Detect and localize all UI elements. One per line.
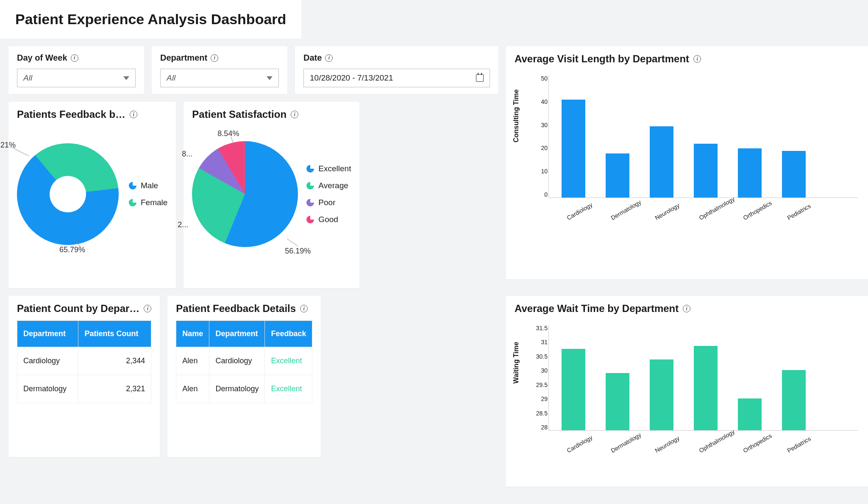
visit-bar-chart[interactable]: Consulting Time 50403020100 CardiologyDe… — [515, 71, 866, 232]
bar[interactable] — [782, 151, 806, 198]
y-tick: 31 — [541, 339, 548, 345]
bar[interactable] — [606, 373, 629, 430]
y-tick: 28.5 — [536, 410, 548, 417]
sat-poor-label: 8... — [182, 150, 192, 159]
chevron-down-icon — [123, 76, 129, 80]
bar[interactable] — [606, 153, 629, 198]
info-icon[interactable]: i — [71, 54, 78, 62]
gender-male-label: 65.79% — [59, 245, 85, 254]
bar[interactable] — [650, 359, 673, 430]
gender-donut[interactable] — [0, 123, 139, 266]
cell: Dermatology — [17, 375, 78, 403]
bar[interactable] — [650, 126, 673, 198]
info-icon[interactable]: i — [211, 54, 218, 62]
filter-dept-dropdown[interactable]: All — [160, 69, 279, 87]
legend-item[interactable]: Female — [129, 198, 167, 207]
satisfaction-card: Patient Satisfaction i 56.19% 2... 8... … — [184, 102, 359, 288]
x-tick: Dermatology — [609, 434, 644, 472]
y-tick: 0 — [544, 191, 548, 198]
x-tick: Cardiology — [565, 434, 600, 472]
visit-length-card: Average Visit Length by Department i Con… — [506, 46, 868, 279]
bar[interactable] — [738, 148, 762, 198]
filter-dept-card: Department i All — [152, 46, 287, 94]
cell: Alen — [176, 347, 209, 375]
table-header[interactable]: Department — [17, 321, 78, 347]
y-tick: 10 — [541, 168, 548, 175]
wait-yticks: 31.53130.53029.52928.528 — [535, 325, 548, 431]
table-row[interactable]: AlenCardiologyExcellent — [176, 347, 312, 375]
x-tick: Neurology — [653, 201, 688, 239]
filter-day-dropdown[interactable]: All — [17, 69, 136, 87]
filter-date-label: Date — [303, 53, 322, 63]
feedback-gender-card: Patients Feedback b… i 34.21% 65.79% — [8, 102, 176, 288]
page-title-bar: Patient Experience Analysis Dashboard — [0, 0, 301, 39]
filter-date-picker[interactable]: 10/28/2020 - 7/13/2021 — [303, 69, 490, 87]
x-tick: Pediatrics — [785, 434, 821, 472]
x-tick: Ophthalmology — [697, 201, 732, 239]
wait-bar-chart[interactable]: Waiting Time 31.53130.53029.52928.528 Ca… — [515, 320, 866, 465]
legend-item[interactable]: Poor — [306, 198, 351, 207]
cell: Alen — [176, 375, 209, 403]
filter-dept-label: Department — [160, 53, 207, 63]
info-icon[interactable]: i — [130, 111, 137, 118]
visit-xticks: CardiologyDermatologyNeurologyOphthalmol… — [548, 201, 858, 232]
bar[interactable] — [694, 144, 718, 198]
bar[interactable] — [562, 349, 585, 430]
gender-legend: Male Female — [129, 181, 167, 207]
info-icon[interactable]: i — [144, 305, 151, 312]
filter-dept-value: All — [167, 73, 175, 83]
table-header[interactable]: Department — [209, 321, 265, 347]
info-icon[interactable]: i — [693, 55, 701, 63]
details-table-title: Patient Feedback Details — [176, 303, 296, 315]
satisfaction-pie[interactable] — [192, 141, 298, 247]
chevron-down-icon — [267, 76, 273, 80]
page-title: Patient Experience Analysis Dashboard — [15, 11, 286, 28]
bar[interactable] — [562, 100, 585, 198]
svg-line-2 — [287, 239, 298, 246]
cell: Cardiology — [209, 347, 265, 375]
visit-title: Average Visit Length by Department — [515, 53, 689, 65]
x-tick: Neurology — [653, 434, 688, 472]
legend-item[interactable]: Excellent — [306, 164, 351, 173]
cell: 2,321 — [78, 375, 151, 403]
satisfaction-legend: Excellent Average Poor Good — [306, 164, 351, 224]
details-table[interactable]: Name Department Feedback AlenCardiologyE… — [176, 320, 312, 403]
table-row[interactable]: Cardiology2,344 — [17, 347, 151, 375]
table-row[interactable]: Dermatology2,321 — [17, 375, 151, 403]
wait-time-card: Average Wait Time by Department i Waitin… — [506, 296, 868, 487]
svg-line-1 — [72, 238, 81, 247]
y-tick: 30.5 — [536, 353, 548, 360]
legend-item[interactable]: Male — [129, 181, 167, 190]
bar[interactable] — [738, 398, 762, 430]
bar[interactable] — [694, 346, 718, 430]
count-table-body: Cardiology2,344Dermatology2,321 — [17, 347, 151, 403]
table-header[interactable]: Name — [176, 321, 209, 347]
y-tick: 40 — [541, 98, 548, 105]
wait-ylabel: Waiting Time — [512, 342, 520, 384]
feedback-gender-title: Patients Feedback b… — [17, 109, 125, 120]
y-tick: 20 — [541, 145, 548, 151]
legend-item[interactable]: Average — [306, 181, 351, 190]
visit-bars — [548, 75, 858, 198]
bar[interactable] — [782, 370, 806, 430]
x-tick: Orthopedics — [741, 434, 776, 472]
filter-day-label: Day of Week — [17, 53, 67, 63]
table-header[interactable]: Patients Count — [78, 321, 151, 347]
info-icon[interactable]: i — [683, 305, 690, 312]
visit-ylabel: Consulting Time — [512, 89, 520, 142]
y-tick: 50 — [541, 75, 548, 82]
cell: 2,344 — [78, 347, 151, 375]
count-table-card: Patient Count by Depar… i Department Pat… — [8, 296, 160, 457]
wait-title: Average Wait Time by Department — [515, 303, 679, 315]
info-icon[interactable]: i — [325, 54, 333, 62]
wait-xticks: CardiologyDermatologyNeurologyOphthalmol… — [548, 434, 858, 465]
count-table[interactable]: Department Patients Count Cardiology2,34… — [17, 320, 151, 403]
cell: Cardiology — [17, 347, 78, 375]
y-tick: 29.5 — [536, 381, 548, 388]
x-tick: Pediatrics — [785, 201, 821, 239]
satisfaction-title: Patient Satisfaction — [192, 109, 287, 120]
legend-item[interactable]: Good — [306, 215, 351, 224]
visit-yticks: 50403020100 — [535, 75, 548, 198]
cell: Dermatology — [209, 375, 265, 403]
table-row[interactable]: AlenDermatologyExcellent — [176, 375, 312, 403]
